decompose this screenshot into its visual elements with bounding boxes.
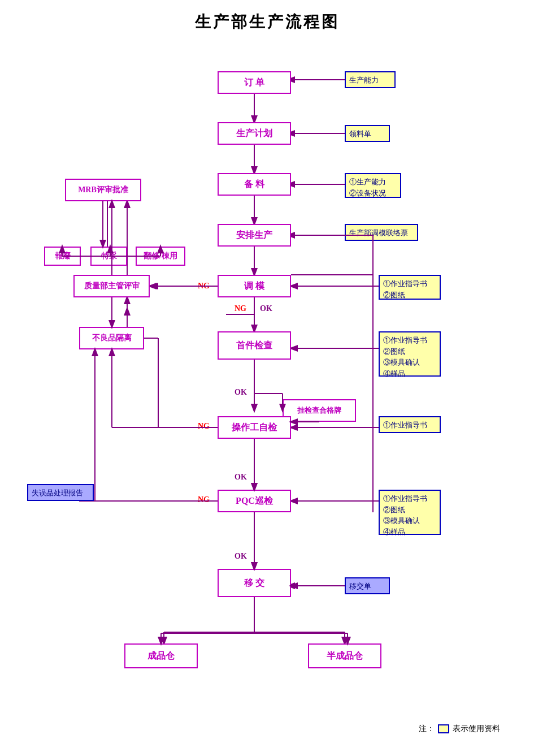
ng-label-tune-mold: NG	[198, 282, 210, 291]
page-title: 生产部生产流程图	[11, 11, 523, 33]
note-label: 注：	[419, 724, 435, 734]
prepare-box: 备 料	[218, 173, 291, 196]
error-report-doc: 失误品处理报告	[27, 484, 94, 501]
arrange-prod-box: 安排生产	[218, 224, 291, 247]
arrows-overlay	[11, 44, 523, 745]
special-adopt-box: 特采	[90, 247, 127, 266]
work-instruction-full-doc: ①作业指导书 ②图纸 ③模具确认 ④样品	[379, 331, 441, 377]
material-req-doc: 领料单	[345, 125, 390, 142]
finished-wh-box: 成品仓	[124, 643, 198, 668]
transfer-form-doc: 移交单	[345, 577, 390, 594]
ng-label-below-mold: NG	[235, 304, 246, 313]
mrb-approve-box: MRB评审批准	[65, 179, 141, 201]
note-box-icon	[438, 724, 449, 733]
ok-label-transfer: OK	[235, 552, 247, 561]
ok-label-below-mold: OK	[260, 304, 272, 313]
defect-isolate-box: 不良品隔离	[79, 327, 144, 349]
work-instruction-pqc-doc: ①作业指导书 ②图纸 ③模具确认 ④样品	[379, 490, 441, 535]
note-area: 注： 表示使用资料	[419, 724, 500, 734]
tune-mold-box: 调 模	[218, 275, 291, 297]
transfer-box: 移 交	[218, 569, 291, 597]
ng-label-operator: NG	[198, 422, 210, 431]
first-check-box: 首件检查	[218, 331, 291, 360]
note-desc: 表示使用资料	[453, 724, 500, 734]
repair-use-box: 翻修/棟用	[136, 247, 185, 266]
work-instruction-drawing-doc: ①作业指导书 ②图纸	[379, 275, 441, 300]
pqc-patrol-box: PQC巡检	[218, 490, 291, 512]
hang-card-box: 挂检查合格牌	[283, 399, 356, 422]
work-instruction-1-doc: ①作业指导书	[379, 416, 441, 433]
quality-review-box: 质量部主管评审	[73, 275, 150, 297]
order-box: 订 单	[218, 71, 291, 94]
production-plan-box: 生产计划	[218, 122, 291, 145]
dept-contact-doc: 生产部调模联络票	[345, 224, 418, 241]
operator-check-box: 操作工自检	[218, 416, 291, 439]
capacity-equipment-doc: ①生产能力 ②设备状况	[345, 173, 401, 198]
semi-wh-box: 半成品仓	[308, 643, 381, 668]
ng-label-pqc: NG	[198, 495, 210, 504]
ok-label-pqc: OK	[235, 473, 247, 482]
flowchart: 订 单 生产计划 备 料 安排生产 调 模 首件检查 挂检查合格牌 操作工自检 …	[11, 44, 523, 745]
arrows-left-overlay	[11, 44, 523, 745]
scrap-box: 報廢	[44, 247, 81, 266]
page: 生产部生产流程图	[0, 0, 534, 756]
ok-label-first-check: OK	[235, 388, 247, 397]
production-capacity-doc: 生产能力	[345, 71, 396, 88]
